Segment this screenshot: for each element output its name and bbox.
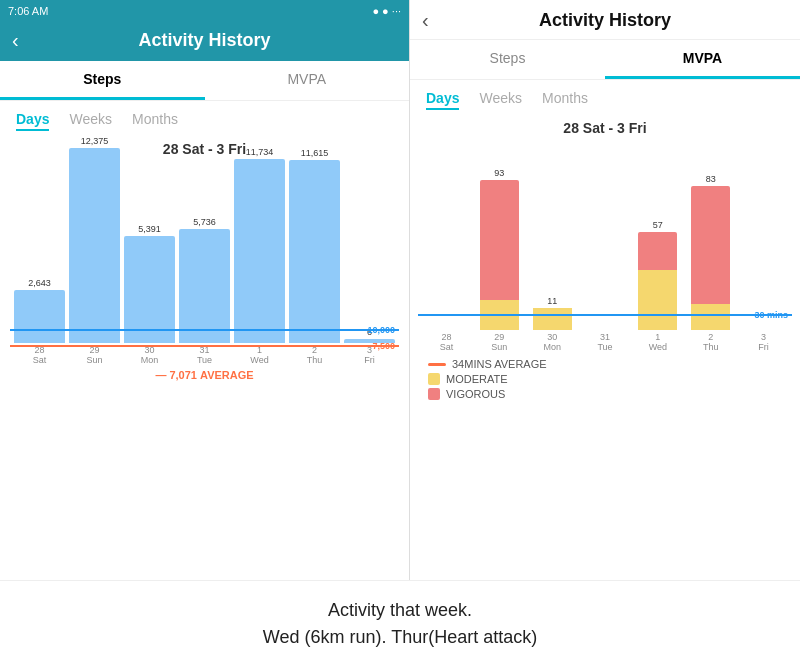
rbar-label-6: 2 Thu [703,332,719,352]
avg-label-left: — 7,071 AVERAGE [10,369,399,381]
rbar-col-4: 31 Tue [581,328,630,352]
period-weeks-right[interactable]: Weeks [479,90,522,110]
rbar-label-2: 29 Sun [491,332,507,352]
rbar-vigorous-5 [638,232,677,270]
goal-7500-label: 7,500 [372,341,399,351]
caption-line2: Wed (6km run). Thur(Heart attack) [263,627,537,647]
legend-avg-label: 34MINS AVERAGE [452,358,547,370]
legend-moderate-dot [428,373,440,385]
left-panel: 7:06 AM ● ● ··· ‹ Activity History Steps… [0,0,410,580]
rbar-val-6: 83 [706,174,716,184]
bar-chart-left: 2,643 28 Sat 12,375 29 Sun [10,165,399,365]
legend-vigorous-dot [428,388,440,400]
bar-col-1: 2,643 28 Sat [14,278,65,365]
rbar-moderate-3 [533,308,572,330]
legend-row: 34MINS AVERAGE MODERATE VIGOROUS [418,352,792,406]
goal-line-30min: 30 mins [418,314,792,316]
period-days-right[interactable]: Days [426,90,459,110]
bar-col-3: 5,391 30 Mon [124,224,175,365]
bar-label-5: 1 Wed [250,345,268,365]
period-days-left[interactable]: Days [16,111,49,131]
legend-avg: 34MINS AVERAGE [428,358,782,370]
legend-vigorous-label: VIGOROUS [446,388,505,400]
rbar-label-7: 3 Fri [758,332,769,352]
period-months-left[interactable]: Months [132,111,178,131]
right-period-tabs: Days Weeks Months [410,80,800,114]
back-button-right[interactable]: ‹ [422,9,429,32]
right-header: ‹ Activity History [410,0,800,40]
rbar-stack-2 [475,180,524,330]
chart-area-right: 28 Sat 93 29 Sun [410,142,800,580]
bar-val-6: 11,615 [301,148,329,158]
status-bar: 7:06 AM ● ● ··· [0,0,409,22]
left-page-title: Activity History [138,30,270,51]
legend-moderate-label: MODERATE [446,373,508,385]
rbar-stack-3 [528,308,577,330]
rbar-val-2: 93 [494,168,504,178]
bar-label-4: 31 Tue [197,345,212,365]
left-header: ‹ Activity History [0,22,409,61]
bar-col-4: 5,736 31 Tue [179,217,230,365]
legend-avg-line [428,363,446,366]
rbar-vigorous-2 [480,180,519,300]
period-months-right[interactable]: Months [542,90,588,110]
rbar-vigorous-6 [691,186,730,304]
caption-text: Activity that week. Wed (6km run). Thur(… [263,597,537,651]
bar-label-1: 28 Sat [33,345,47,365]
bar-rect-3 [124,236,175,343]
rbar-col-5: 57 1 Wed [633,220,682,352]
tab-mvpa-right[interactable]: MVPA [605,40,800,79]
tab-mvpa-left[interactable]: MVPA [205,61,410,100]
right-panel: ‹ Activity History Steps MVPA Days Weeks… [410,0,800,580]
bar-rect-6 [289,160,340,343]
legend-moderate: MODERATE [428,373,782,385]
rbar-label-4: 31 Tue [597,332,612,352]
bar-label-6: 2 Thu [307,345,323,365]
bar-rect-5 [234,159,285,343]
bar-val-5: 11,734 [246,147,274,157]
rbar-label-3: 30 Mon [543,332,561,352]
goal-line-10000: 10,000 [10,329,399,331]
bar-col-5: 11,734 1 Wed [234,147,285,365]
bar-col-6: 11,615 2 Thu [289,148,340,365]
right-page-title: Activity History [539,10,671,31]
caption-line1: Activity that week. [328,600,472,620]
time: 7:06 AM [8,5,48,17]
rbar-col-3: 11 30 Mon [528,296,577,352]
caption-row: Activity that week. Wed (6km run). Thur(… [0,580,800,666]
bar-val-2: 12,375 [81,136,109,146]
rbar-moderate-5 [638,270,677,330]
tab-steps-left[interactable]: Steps [0,61,205,100]
bar-rect-2 [69,148,120,343]
rbar-val-5: 57 [653,220,663,230]
rbar-moderate-6 [691,304,730,330]
legend-vigorous: VIGOROUS [428,388,782,400]
tab-steps-right[interactable]: Steps [410,40,605,79]
bar-val-3: 5,391 [138,224,161,234]
left-period-tabs: Days Weeks Months [0,101,409,135]
back-button[interactable]: ‹ [12,29,19,52]
bar-chart-right: 28 Sat 93 29 Sun [418,142,792,352]
bar-val-4: 5,736 [193,217,216,227]
right-main-tabs: Steps MVPA [410,40,800,80]
left-main-tabs: Steps MVPA [0,61,409,101]
rbar-stack-6 [686,186,735,330]
rbar-val-3: 11 [547,296,557,306]
rbar-label-5: 1 Wed [649,332,667,352]
goal-line-7500: 7,500 [10,345,399,347]
rbar-col-1: 28 Sat [422,328,471,352]
chart-area-left: 2,643 28 Sat 12,375 29 Sun [0,165,409,580]
bar-rect-1 [14,290,65,343]
bar-label-2: 29 Sun [86,345,102,365]
date-range-left: 28 Sat - 3 Fri [0,141,409,157]
goal-30min-label: 30 mins [754,310,792,320]
date-range-right: 28 Sat - 3 Fri [410,120,800,136]
period-weeks-left[interactable]: Weeks [69,111,112,131]
bar-label-3: 30 Mon [141,345,159,365]
rbar-col-7: 3 Fri [739,328,788,352]
rbar-label-1: 28 Sat [440,332,454,352]
bar-val-1: 2,643 [28,278,51,288]
rbar-col-2: 93 29 Sun [475,168,524,352]
bar-rect-4 [179,229,230,343]
status-icons: ● ● ··· [372,5,401,17]
